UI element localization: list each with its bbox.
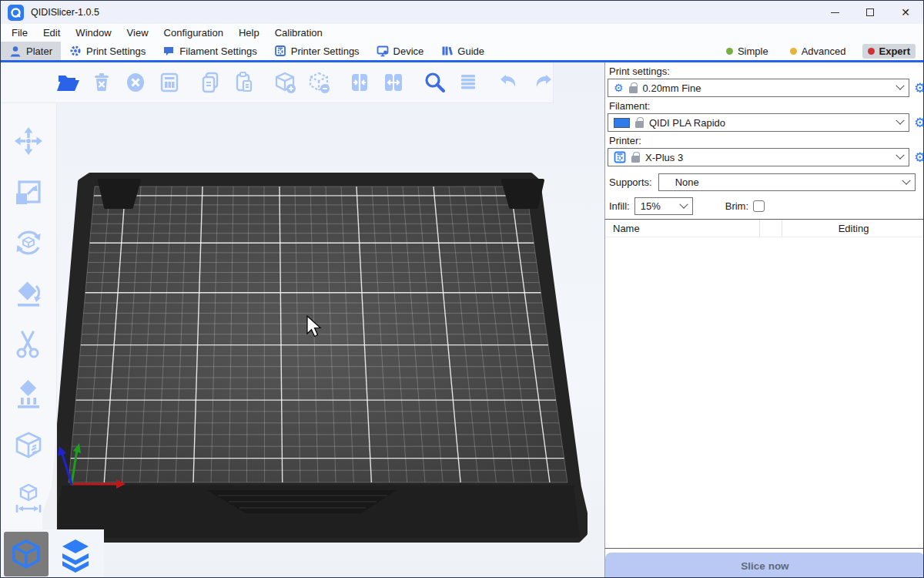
copy-icon <box>198 70 223 95</box>
rotate-icon <box>12 226 45 260</box>
tab-plater[interactable]: Plater <box>1 42 61 60</box>
measure-icon <box>12 480 45 514</box>
chevron-down-icon <box>679 200 688 208</box>
lock-icon <box>629 86 638 93</box>
supports-value: None <box>665 176 699 188</box>
tab-guide[interactable]: Guide <box>432 42 493 60</box>
chevron-down-icon <box>896 151 904 160</box>
infill-combo[interactable]: 15% <box>634 197 693 215</box>
printer-label: Printer: <box>609 135 924 146</box>
maximize-button[interactable] <box>852 1 888 24</box>
scale-button[interactable] <box>11 174 46 210</box>
add-instance-icon <box>273 70 297 95</box>
slice-now-button[interactable]: Slice now <box>605 553 924 578</box>
tab-device[interactable]: Device <box>368 42 433 60</box>
column-editing: Editing <box>782 223 924 234</box>
filament-combo[interactable]: QIDI PLA Rapido <box>608 113 909 132</box>
mode-simple[interactable]: Simple <box>721 44 774 59</box>
arrange-icon <box>157 70 182 95</box>
split-to-parts-icon <box>381 70 406 95</box>
lock-icon <box>635 121 644 128</box>
filament-gear-button[interactable]: ⚙ <box>914 115 924 131</box>
mode-label: Expert <box>879 45 910 57</box>
print-settings-combo[interactable]: ⚙ 0.20mm Fine <box>608 79 909 97</box>
tab-print-settings[interactable]: Print Settings <box>61 42 154 60</box>
move-button[interactable] <box>11 123 46 159</box>
cube-3d-icon <box>8 536 44 572</box>
menu-item-file[interactable]: File <box>4 24 35 42</box>
view-preview-button[interactable] <box>53 532 98 576</box>
place-on-face-button[interactable] <box>11 276 46 311</box>
split-to-objects-button[interactable] <box>345 69 373 97</box>
redo-button[interactable] <box>528 69 557 97</box>
menu-item-window[interactable]: Window <box>68 24 119 42</box>
mode-expert[interactable]: Expert <box>862 44 916 59</box>
rotate-button[interactable] <box>11 225 46 260</box>
close-button[interactable]: ✕ <box>888 1 923 24</box>
window-title: QIDISlicer-1.0.5 <box>31 7 99 18</box>
column-name: Name <box>605 223 759 234</box>
tab-label: Device <box>393 45 424 57</box>
lock-icon <box>631 156 640 163</box>
chevron-down-icon <box>896 116 904 125</box>
variable-layer-height-button[interactable] <box>454 69 482 97</box>
delete-button[interactable] <box>87 69 116 97</box>
object-list[interactable]: Name Editing <box>604 219 924 549</box>
paste-button[interactable] <box>229 69 258 97</box>
minimize-button[interactable] <box>817 1 852 24</box>
printer-combo[interactable]: X-Plus 3 <box>608 148 909 166</box>
filament-color-swatch <box>614 118 630 128</box>
search-button[interactable] <box>420 69 448 97</box>
chevron-down-icon <box>902 176 910 184</box>
expert-dot-icon <box>868 48 875 55</box>
remove-instance-button[interactable] <box>304 69 333 97</box>
undo-icon <box>497 70 521 95</box>
viewport-3d[interactable] <box>1 62 604 578</box>
split-to-objects-icon <box>347 70 372 95</box>
cut-scissors-icon <box>12 328 45 361</box>
menu-item-view[interactable]: View <box>119 24 156 42</box>
open-button[interactable] <box>53 69 82 97</box>
mode-advanced[interactable]: Advanced <box>785 44 852 59</box>
print-settings-label: Print settings: <box>609 66 924 77</box>
menu-item-edit[interactable]: Edit <box>35 24 68 42</box>
close-icon: ✕ <box>901 7 910 18</box>
tab-bar: Plater Print Settings Filament Settings … <box>1 42 923 60</box>
print-settings-gear-button[interactable]: ⚙ <box>914 80 924 96</box>
menu-bar: File Edit Window View Configuration Help… <box>1 24 923 42</box>
place-on-face-icon <box>12 277 45 311</box>
paste-icon <box>232 70 256 95</box>
brim-checkbox[interactable] <box>753 200 765 212</box>
filament-value: QIDI PLA Rapido <box>649 117 725 129</box>
menu-item-configuration[interactable]: Configuration <box>156 24 231 42</box>
printer-icon <box>274 45 286 57</box>
split-to-parts-button[interactable] <box>379 69 407 97</box>
object-list-header: Name Editing <box>605 220 924 237</box>
device-icon <box>377 45 389 57</box>
menu-item-help[interactable]: Help <box>231 24 267 42</box>
layers-icon <box>456 70 480 95</box>
printer-gear-button[interactable]: ⚙ <box>914 150 924 166</box>
delete-all-button[interactable] <box>121 69 149 97</box>
delete-all-icon <box>123 70 148 95</box>
seam-button[interactable] <box>11 428 46 464</box>
tab-filament-settings[interactable]: Filament Settings <box>154 42 265 60</box>
cut-button[interactable] <box>11 327 46 362</box>
undo-button[interactable] <box>494 69 523 97</box>
tab-label: Plater <box>26 45 52 57</box>
title-bar: QIDISlicer-1.0.5 ✕ <box>1 1 923 24</box>
add-instance-button[interactable] <box>270 69 299 97</box>
delete-icon <box>89 70 114 95</box>
mode-label: Simple <box>738 45 768 57</box>
copy-button[interactable] <box>196 69 224 97</box>
filament-icon <box>162 45 175 57</box>
printer-icon <box>614 151 626 163</box>
view-3d-editor-button[interactable] <box>4 532 49 576</box>
menu-item-calibration[interactable]: Calibration <box>267 24 330 42</box>
paint-supports-button[interactable] <box>11 378 46 413</box>
supports-combo[interactable]: None <box>658 173 916 191</box>
infill-value: 15% <box>641 200 661 212</box>
measure-button[interactable] <box>11 479 46 515</box>
tab-printer-settings[interactable]: Printer Settings <box>266 42 368 60</box>
arrange-button[interactable] <box>155 69 183 97</box>
